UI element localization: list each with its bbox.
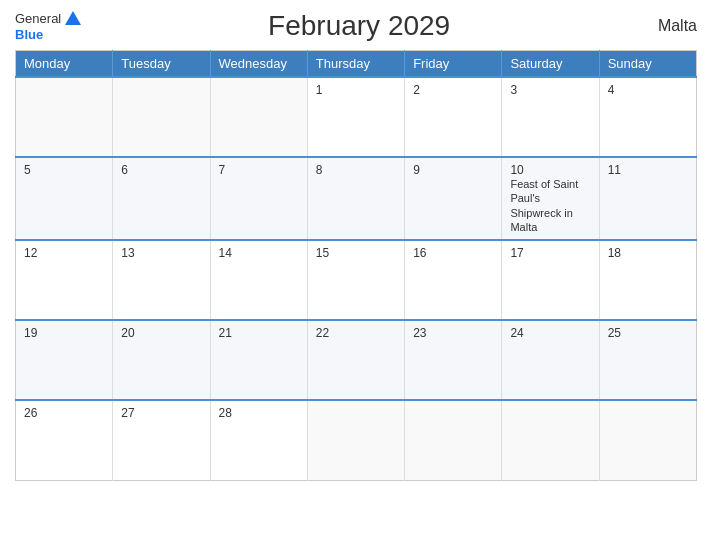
calendar-day: 8	[307, 157, 404, 240]
calendar-day: 24	[502, 320, 599, 400]
calendar-day: 18	[599, 240, 696, 320]
calendar-container: General Blue February 2029 Malta MondayT…	[0, 0, 712, 550]
calendar-day: 6	[113, 157, 210, 240]
day-number: 21	[219, 326, 299, 340]
day-number: 18	[608, 246, 688, 260]
calendar-day: 7	[210, 157, 307, 240]
day-number: 14	[219, 246, 299, 260]
calendar-day	[210, 77, 307, 157]
calendar-header-row: MondayTuesdayWednesdayThursdayFridaySatu…	[16, 51, 697, 78]
week-row: 1234	[16, 77, 697, 157]
calendar-day: 26	[16, 400, 113, 480]
day-number: 1	[316, 83, 396, 97]
column-header-thursday: Thursday	[307, 51, 404, 78]
calendar-day: 28	[210, 400, 307, 480]
day-number: 16	[413, 246, 493, 260]
day-number: 9	[413, 163, 493, 177]
day-number: 22	[316, 326, 396, 340]
week-row: 12131415161718	[16, 240, 697, 320]
calendar-day: 17	[502, 240, 599, 320]
calendar-day: 1	[307, 77, 404, 157]
column-header-saturday: Saturday	[502, 51, 599, 78]
day-number: 11	[608, 163, 688, 177]
country-label: Malta	[637, 17, 697, 35]
calendar-day: 27	[113, 400, 210, 480]
calendar-day	[599, 400, 696, 480]
calendar-day: 16	[405, 240, 502, 320]
logo-general-text: General	[15, 11, 61, 26]
calendar-day: 19	[16, 320, 113, 400]
day-number: 27	[121, 406, 201, 420]
calendar-day: 20	[113, 320, 210, 400]
day-number: 13	[121, 246, 201, 260]
day-number: 20	[121, 326, 201, 340]
calendar-day: 2	[405, 77, 502, 157]
week-row: 19202122232425	[16, 320, 697, 400]
calendar-day	[405, 400, 502, 480]
day-number: 2	[413, 83, 493, 97]
day-number: 25	[608, 326, 688, 340]
day-number: 6	[121, 163, 201, 177]
day-number: 26	[24, 406, 104, 420]
column-header-monday: Monday	[16, 51, 113, 78]
calendar-day: 11	[599, 157, 696, 240]
column-header-wednesday: Wednesday	[210, 51, 307, 78]
day-number: 17	[510, 246, 590, 260]
column-header-tuesday: Tuesday	[113, 51, 210, 78]
week-row: 5678910Feast of Saint Paul's Shipwreck i…	[16, 157, 697, 240]
calendar-day	[307, 400, 404, 480]
logo-triangle-icon	[65, 11, 81, 25]
calendar-day: 9	[405, 157, 502, 240]
column-header-sunday: Sunday	[599, 51, 696, 78]
day-number: 15	[316, 246, 396, 260]
calendar-day	[16, 77, 113, 157]
day-number: 12	[24, 246, 104, 260]
calendar-day: 14	[210, 240, 307, 320]
logo-blue-text: Blue	[15, 27, 43, 42]
day-event: Feast of Saint Paul's Shipwreck in Malta	[510, 178, 578, 233]
calendar-day: 22	[307, 320, 404, 400]
calendar-day: 23	[405, 320, 502, 400]
day-number: 24	[510, 326, 590, 340]
calendar-day: 3	[502, 77, 599, 157]
day-number: 23	[413, 326, 493, 340]
calendar-day: 5	[16, 157, 113, 240]
day-number: 10	[510, 163, 590, 177]
day-number: 7	[219, 163, 299, 177]
day-number: 8	[316, 163, 396, 177]
calendar-day: 15	[307, 240, 404, 320]
calendar-day: 10Feast of Saint Paul's Shipwreck in Mal…	[502, 157, 599, 240]
calendar-table: MondayTuesdayWednesdayThursdayFridaySatu…	[15, 50, 697, 481]
day-number: 4	[608, 83, 688, 97]
day-number: 28	[219, 406, 299, 420]
column-header-friday: Friday	[405, 51, 502, 78]
calendar-title: February 2029	[81, 10, 637, 42]
calendar-day	[502, 400, 599, 480]
day-number: 5	[24, 163, 104, 177]
calendar-day	[113, 77, 210, 157]
day-number: 19	[24, 326, 104, 340]
logo: General Blue	[15, 11, 81, 42]
calendar-day: 25	[599, 320, 696, 400]
calendar-day: 13	[113, 240, 210, 320]
calendar-day: 12	[16, 240, 113, 320]
day-number: 3	[510, 83, 590, 97]
calendar-header: General Blue February 2029 Malta	[15, 10, 697, 42]
week-row: 262728	[16, 400, 697, 480]
calendar-day: 21	[210, 320, 307, 400]
calendar-day: 4	[599, 77, 696, 157]
